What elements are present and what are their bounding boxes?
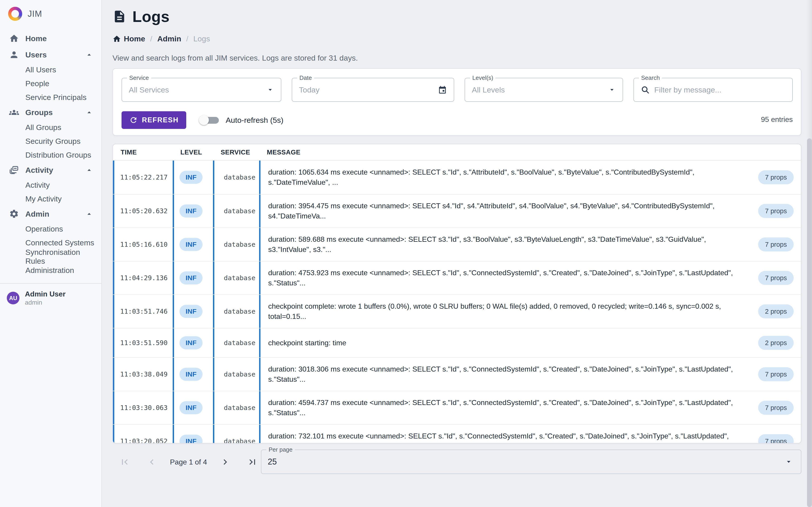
pager-controls: Page 1 of 4 [119,450,258,474]
levels-select[interactable]: Level(s) All Levels [465,78,623,102]
log-message-cell: duration: 4753.923 ms execute <unnamed>:… [259,262,801,294]
log-message: duration: 589.688 ms execute <unnamed>: … [268,234,742,255]
log-row[interactable]: 11:03:51.746INFdatabasecheckpoint comple… [113,294,801,328]
per-page-label: Per page [266,446,295,453]
sidebar-item-activity[interactable]: Activity [0,178,101,192]
calendar-icon[interactable] [438,85,447,94]
chevron-up-icon [85,108,93,116]
sidebar-item-security-groups[interactable]: Security Groups [0,134,101,148]
main-content: Logs Home/Admin/Logs View and search log… [102,0,812,507]
log-message: duration: 1065.634 ms execute <unnamed>:… [268,167,742,187]
level-badge: INF [180,271,203,284]
app-logo[interactable]: JIM [0,0,101,21]
props-badge[interactable]: 7 props [758,271,794,285]
sidebar-item-operations[interactable]: Operations [0,222,101,236]
logs-table-header: TIMELEVELSERVICEMESSAGE [113,144,801,161]
sidebar-item-all-users[interactable]: All Users [0,63,101,77]
breadcrumb-home[interactable]: Home [112,35,145,43]
last-page-button[interactable] [247,457,258,467]
sidebar-item-label: Home [26,34,93,43]
log-message: duration: 4753.923 ms execute <unnamed>:… [268,268,742,288]
filter-actions: REFRESH Auto-refresh (5s) [121,111,283,129]
level-badge: INF [180,238,203,251]
props-badge[interactable]: 7 props [758,237,794,251]
log-row[interactable]: 11:03:20.052INFdatabaseduration: 732.101… [113,424,801,443]
sidebar-item-distribution-groups[interactable]: Distribution Groups [0,148,101,162]
log-time: 11:03:30.063 [113,391,173,424]
log-time: 11:04:29.136 [113,262,173,294]
toggle-switch[interactable] [199,115,221,125]
log-message-cell: duration: 3018.306 ms execute <unnamed>:… [259,358,801,391]
logs-table-body: 11:05:22.217INFdatabaseduration: 1065.63… [113,161,801,443]
per-page-select[interactable]: Per page 25 [261,450,801,474]
log-time: 11:05:22.217 [113,161,173,194]
props-badge[interactable]: 7 props [758,367,794,381]
sidebar-item-groups[interactable]: Groups [0,104,101,120]
sidebar-item-administration[interactable]: Administration [0,264,101,277]
sidebar-item-activity[interactable]: Activity [0,162,101,178]
sidebar-item-admin[interactable]: Admin [0,206,101,222]
date-field[interactable]: Date Today [292,78,454,102]
sidebar-item-users[interactable]: Users [0,47,101,63]
sidebar-item-my-activity[interactable]: My Activity [0,192,101,206]
sidebar-item-people[interactable]: People [0,77,101,91]
log-row[interactable]: 11:05:16.610INFdatabaseduration: 589.688… [113,227,801,261]
breadcrumb-admin[interactable]: Admin [157,35,181,43]
level-badge: INF [180,336,203,349]
column-header-time: TIME [113,149,173,156]
scrollbar-thumb[interactable] [807,138,812,507]
pagination: Page 1 of 4 Per page 25 [112,450,801,474]
log-row[interactable]: 11:03:51.590INFdatabasecheckpoint starti… [113,328,801,357]
props-badge[interactable]: 7 props [758,434,794,443]
log-row[interactable]: 11:03:38.049INFdatabaseduration: 3018.30… [113,357,801,391]
sidebar-item-all-groups[interactable]: All Groups [0,120,101,134]
current-user[interactable]: AU Admin User admin [0,284,101,306]
props-badge[interactable]: 7 props [758,170,794,184]
toggle-thumb [199,115,209,125]
groups-icon [9,107,19,117]
entries-count: 95 entries [761,115,793,124]
props-badge[interactable]: 2 props [758,304,794,319]
breadcrumb-label: Admin [157,35,181,43]
log-row[interactable]: 11:04:29.136INFdatabaseduration: 4753.92… [113,261,801,294]
sidebar-item-label: Admin [26,210,85,218]
filter-card: Service All Services Date Today Level(s)… [112,68,801,136]
log-level-cell: INF [173,358,213,391]
page-description: View and search logs from all JIM servic… [112,54,801,62]
search-input[interactable]: Search Filter by message... [633,78,793,102]
service-select[interactable]: Service All Services [121,78,281,102]
prev-page-button[interactable] [146,457,157,467]
level-badge: INF [180,435,203,443]
levels-value: All Levels [472,86,608,94]
refresh-button[interactable]: REFRESH [121,111,186,129]
props-badge[interactable]: 7 props [758,401,794,415]
log-row[interactable]: 11:05:20.632INFdatabaseduration: 3954.47… [113,194,801,227]
auto-refresh-toggle[interactable]: Auto-refresh (5s) [199,115,283,125]
log-row[interactable]: 11:05:22.217INFdatabaseduration: 1065.63… [113,161,801,194]
log-message: checkpoint complete: wrote 1 buffers (0.… [268,301,742,322]
log-message-cell: duration: 3954.475 ms execute <unnamed>:… [259,194,801,227]
date-value: Today [299,86,438,94]
column-header-message: MESSAGE [259,149,801,156]
breadcrumb-label: Home [124,35,145,43]
log-service: database [213,425,259,443]
app-name: JIM [28,9,42,19]
breadcrumb: Home/Admin/Logs [112,35,801,43]
props-badge[interactable]: 2 props [758,336,794,350]
log-service: database [213,295,259,328]
sidebar-item-home[interactable]: Home [0,30,101,47]
log-message: duration: 732.101 ms execute <unnamed>: … [268,431,742,443]
sidebar-item-synchronisation-rules[interactable]: Synchronisation Rules [0,250,101,264]
chevron-down-icon [608,86,616,94]
first-page-button[interactable] [119,457,130,467]
search-icon [641,85,650,94]
next-page-button[interactable] [220,457,231,467]
props-badge[interactable]: 7 props [758,204,794,218]
gear-icon [9,209,19,219]
log-level-cell: INF [173,391,213,424]
log-message-cell: duration: 1065.634 ms execute <unnamed>:… [259,161,801,194]
log-row[interactable]: 11:03:30.063INFdatabaseduration: 4594.73… [113,391,801,424]
sidebar-nav: HomeUsersAll UsersPeopleService Principa… [0,30,101,277]
log-time: 11:03:51.746 [113,295,173,328]
sidebar-item-service-principals[interactable]: Service Principals [0,91,101,104]
